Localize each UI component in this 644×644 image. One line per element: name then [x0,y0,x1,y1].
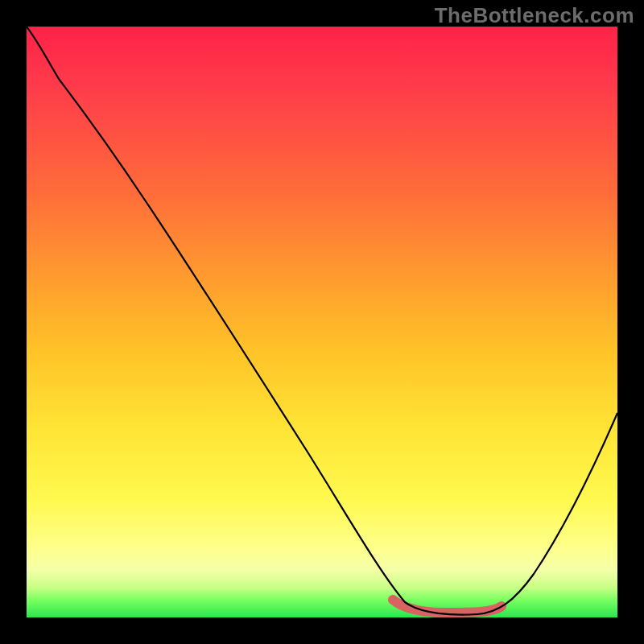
optimal-range-highlight [393,600,502,613]
bottleneck-curve [27,27,617,615]
watermark-label: TheBottleneck.com [435,3,634,28]
curve-layer [27,27,617,617]
chart-frame: TheBottleneck.com [0,0,644,644]
plot-area [27,27,617,617]
